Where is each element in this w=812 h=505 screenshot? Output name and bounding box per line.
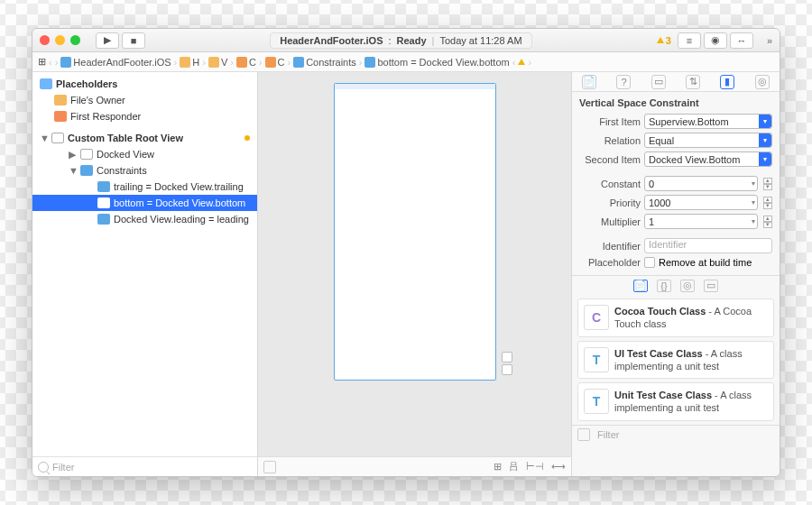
priority-field[interactable]: 1000 — [644, 195, 758, 210]
outline-toggle-button[interactable] — [263, 461, 276, 473]
code-snippets-tab[interactable]: {} — [657, 280, 671, 292]
file-templates-tab[interactable]: 📄 — [633, 280, 648, 292]
multiplier-field[interactable]: 1 — [644, 214, 758, 229]
resolve-button[interactable]: ⟷ — [551, 461, 566, 473]
status-dot-icon — [245, 135, 250, 141]
constant-stepper[interactable]: ▴▾ — [763, 178, 772, 190]
constraints-icon — [80, 165, 93, 176]
run-button[interactable]: ▶ — [96, 32, 119, 49]
stop-button[interactable]: ■ — [122, 32, 145, 49]
library-item[interactable]: C Cocoa Touch Class - A Cocoa Touch clas… — [577, 298, 774, 337]
navigator-pane: Placeholders File's Owner First Responde… — [32, 72, 258, 476]
remove-at-build-checkbox[interactable] — [644, 257, 655, 268]
xcode-window: ▶ ■ HeaderAndFooter.iOS : Ready | Today … — [32, 28, 780, 477]
root-view-item[interactable]: ▼ Custom Table Root View — [32, 130, 257, 146]
related-items-icon[interactable]: ⊞ — [38, 56, 46, 68]
align-button[interactable]: 吕 — [509, 460, 519, 473]
grid-view-button[interactable] — [577, 428, 590, 441]
library-list: C Cocoa Touch Class - A Cocoa Touch clas… — [572, 295, 780, 425]
constraint-item[interactable]: Docked View.leading = leading — [32, 211, 257, 227]
canvas-toolbar: ⊞ 吕 ⊢⊣ ⟷ — [258, 456, 571, 476]
run-controls: ▶ ■ — [96, 32, 145, 49]
relation-select[interactable]: Equal — [644, 133, 772, 148]
constraint-icon — [97, 197, 110, 208]
help-inspector-tab[interactable]: ? — [616, 75, 631, 89]
disclosure-triangle-icon[interactable]: ▼ — [40, 133, 48, 143]
minimize-button[interactable] — [55, 35, 65, 45]
jump-bar[interactable]: ⊞ ‹› HeaderAndFooter.iOS › H › V › C › C… — [32, 52, 780, 72]
multiplier-stepper[interactable]: ▴▾ — [763, 216, 772, 228]
navigator-filter-bar: Filter — [32, 456, 257, 476]
version-editor-button[interactable]: ↔ — [730, 32, 753, 49]
titlebar: ▶ ■ HeaderAndFooter.iOS : Ready | Today … — [32, 29, 780, 52]
class-icon: C — [584, 305, 609, 330]
constant-row: Constant 0 ▴▾ — [572, 174, 780, 193]
file-inspector-tab[interactable]: 📄 — [582, 75, 596, 89]
library-filter-bar: Filter — [572, 425, 780, 445]
standard-editor-button[interactable]: ≡ — [678, 32, 701, 49]
multiplier-row: Multiplier 1 ▴▾ — [572, 212, 780, 231]
docked-view-item[interactable]: ▶ Docked View — [32, 146, 257, 162]
size-handle[interactable] — [502, 352, 512, 363]
assistant-editor-button[interactable]: ◉ — [704, 32, 727, 49]
attributes-inspector-tab[interactable]: ⇅ — [686, 75, 700, 89]
zoom-button[interactable] — [70, 35, 80, 45]
library-tabs: 📄 {} ◎ ▭ — [572, 275, 780, 295]
class-icon: T — [584, 389, 609, 414]
second-item-select[interactable]: Docked View.Bottom — [644, 152, 772, 167]
media-library-tab[interactable]: ▭ — [704, 280, 718, 292]
library-item[interactable]: T Unit Test Case Class - A class impleme… — [577, 382, 774, 421]
warning-icon — [657, 37, 664, 43]
identifier-input[interactable]: Identifier — [644, 238, 772, 253]
library-item[interactable]: T UI Test Case Class - A class implement… — [577, 341, 774, 380]
responder-icon — [54, 111, 67, 122]
traffic-lights — [40, 35, 80, 45]
main-content: Placeholders File's Owner First Responde… — [32, 72, 780, 476]
device-view[interactable] — [334, 83, 496, 381]
view-icon — [80, 149, 93, 160]
size-handle[interactable] — [502, 364, 512, 375]
constant-field[interactable]: 0 — [644, 176, 758, 191]
first-responder-item[interactable]: First Responder — [32, 108, 257, 124]
class-icon: T — [584, 347, 609, 372]
disclosure-triangle-icon[interactable]: ▶ — [69, 149, 77, 161]
library-filter-input[interactable]: Filter — [597, 429, 619, 440]
object-library-tab[interactable]: ◎ — [680, 280, 695, 292]
interface-builder-canvas[interactable] — [258, 72, 571, 456]
stack-button[interactable]: ⊞ — [494, 461, 502, 473]
close-button[interactable] — [40, 35, 50, 45]
priority-row: Priority 1000 ▴▾ — [572, 193, 780, 212]
inspector-tabs: 📄 ? ▭ ⇅ ▮ ◎ — [572, 72, 780, 92]
warning-count: 3 — [666, 35, 671, 46]
filter-input[interactable]: Filter — [52, 462, 74, 473]
size-inspector-tab[interactable]: ▮ — [720, 75, 734, 89]
view-icon — [51, 133, 64, 143]
files-owner-item[interactable]: File's Owner — [32, 92, 257, 108]
overflow-button[interactable]: » — [767, 35, 772, 46]
constraint-item[interactable]: trailing = Docked View.trailing — [32, 179, 257, 195]
disclosure-triangle-icon[interactable]: ▼ — [69, 165, 77, 176]
activity-viewer: HeaderAndFooter.iOS : Ready | Today at 1… — [152, 32, 651, 49]
second-item-row: Second Item Docked View.Bottom — [572, 150, 780, 169]
activity-pill[interactable]: HeaderAndFooter.iOS : Ready | Today at 1… — [270, 32, 531, 49]
cube-icon — [40, 78, 52, 89]
inspector-section-title: Vertical Space Constraint — [572, 92, 780, 112]
placeholder-row: Placeholder Remove at build time — [572, 255, 780, 270]
outline-tree: Placeholders File's Owner First Responde… — [32, 72, 257, 456]
owner-icon — [54, 95, 67, 106]
first-item-select[interactable]: Superview.Bottom — [644, 114, 772, 129]
identity-inspector-tab[interactable]: ▭ — [651, 75, 666, 89]
priority-stepper[interactable]: ▴▾ — [763, 197, 772, 209]
constraint-item-selected[interactable]: bottom = Docked View.bottom — [32, 195, 257, 211]
pin-button[interactable]: ⊢⊣ — [526, 461, 544, 473]
identifier-row: Identifier Identifier — [572, 236, 780, 255]
placeholders-header: Placeholders — [32, 76, 257, 92]
project-name: HeaderAndFooter.iOS — [280, 35, 383, 46]
relation-row: Relation Equal — [572, 131, 780, 150]
inspector-pane: 📄 ? ▭ ⇅ ▮ ◎ Vertical Space Constraint Fi… — [572, 72, 780, 476]
constraints-group-item[interactable]: ▼ Constraints — [32, 162, 257, 179]
toolbar-right: ≡ ◉ ↔ — [678, 32, 753, 49]
warnings-badge[interactable]: 3 — [657, 35, 671, 46]
canvas-pane: ⊞ 吕 ⊢⊣ ⟷ — [258, 72, 572, 476]
connections-inspector-tab[interactable]: ◎ — [755, 75, 770, 89]
